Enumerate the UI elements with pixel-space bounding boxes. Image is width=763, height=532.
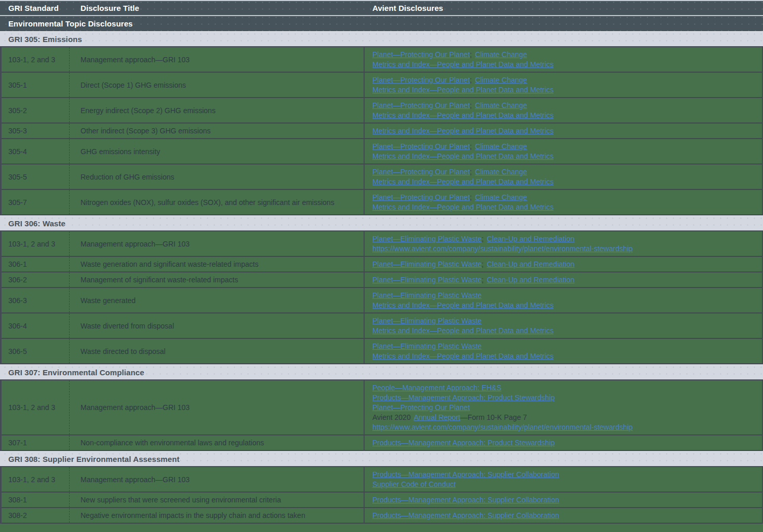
disclosure-link[interactable]: Metrics and Index—People and Planet Data… bbox=[372, 60, 554, 69]
disclosure-title-cell: Negative environmental impacts in the su… bbox=[69, 508, 364, 523]
disclosure-link[interactable]: https://www.avient.com/company/sustainab… bbox=[372, 423, 633, 431]
disclosure-link[interactable]: Planet—Eliminating Plastic Waste bbox=[372, 235, 481, 243]
disclosure-link[interactable]: Products—Management Approach: Supplier C… bbox=[372, 511, 559, 520]
gri-standard-value: 306-1 bbox=[8, 260, 69, 268]
avient-disclosures-cell: Products—Management Approach: Supplier C… bbox=[364, 508, 762, 523]
disclosure-line: Planet—Protecting Our Planet;Climate Cha… bbox=[372, 50, 762, 60]
disclosure-line: Planet—Protecting Our Planet;Climate Cha… bbox=[372, 101, 762, 111]
disclosure-link[interactable]: Climate Change bbox=[475, 168, 527, 176]
disclosure-link[interactable]: Planet—Protecting Our Planet bbox=[372, 403, 470, 412]
disclosure-line: Metrics and Index—People and Planet Data… bbox=[372, 126, 762, 136]
disclosure-line: Planet—Eliminating Plastic Waste;Clean-U… bbox=[372, 275, 762, 285]
disclosure-link[interactable]: Metrics and Index—People and Planet Data… bbox=[372, 326, 554, 335]
gri-standard-value: 308-2 bbox=[8, 511, 69, 520]
disclosure-link[interactable]: Planet—Protecting Our Planet bbox=[372, 101, 470, 110]
disclosure-link[interactable]: Clean-Up and Remediation bbox=[487, 276, 574, 284]
section-header-title: GRI 307: Environmental Compliance bbox=[0, 368, 144, 377]
table-row: 306-5Waste directed to disposalPlanet—El… bbox=[2, 339, 762, 364]
section-header-title: GRI 305: Emissions bbox=[0, 35, 82, 44]
disclosure-link[interactable]: Planet—Eliminating Plastic Waste bbox=[372, 291, 481, 299]
disclosure-line: Planet—Eliminating Plastic Waste;Clean-U… bbox=[372, 234, 762, 244]
gri-standard-cell: 306-5 bbox=[2, 339, 69, 363]
section-body: 103-1, 2 and 3Management approach—GRI 10… bbox=[0, 47, 763, 215]
section-header: GRI 307: Environmental Compliance bbox=[0, 364, 763, 380]
disclosure-link[interactable]: Planet—Protecting Our Planet bbox=[372, 50, 470, 59]
disclosure-link[interactable]: Metrics and Index—People and Planet Data… bbox=[372, 127, 554, 135]
disclosure-line: Products—Management Approach: Product St… bbox=[372, 393, 762, 403]
disclosure-link[interactable]: Metrics and Index—People and Planet Data… bbox=[372, 86, 554, 94]
table-row: 306-1Waste generation and significant wa… bbox=[2, 257, 762, 272]
section-header: GRI 308: Supplier Environmental Assessme… bbox=[0, 451, 763, 467]
disclosure-link[interactable]: Climate Change bbox=[475, 101, 527, 110]
disclosure-link[interactable]: https://www.avient.com/company/sustainab… bbox=[372, 244, 633, 253]
gri-standard-cell: 306-2 bbox=[2, 272, 69, 287]
gri-standard-cell: 305-2 bbox=[2, 98, 69, 122]
disclosure-line: Metrics and Index—People and Planet Data… bbox=[372, 111, 762, 120]
disclosure-title-value: Waste generated bbox=[81, 296, 364, 305]
disclosure-link[interactable]: Clean-Up and Remediation bbox=[487, 235, 574, 243]
disclosure-link[interactable]: Climate Change bbox=[475, 50, 527, 59]
avient-disclosures-cell: Planet—Eliminating Plastic WasteMetrics … bbox=[364, 288, 762, 312]
group-header-row: Environmental Topic Disclosures bbox=[0, 16, 763, 31]
disclosure-text: ; bbox=[481, 276, 487, 284]
disclosure-link[interactable]: Metrics and Index—People and Planet Data… bbox=[372, 203, 554, 211]
disclosure-text: —Form 10-K Page 7 bbox=[460, 413, 527, 421]
disclosure-link[interactable]: Planet—Eliminating Plastic Waste bbox=[372, 276, 481, 284]
disclosure-link[interactable]: Products—Management Approach: Supplier C… bbox=[372, 470, 559, 479]
disclosure-link[interactable]: Climate Change bbox=[475, 193, 527, 201]
disclosure-link[interactable]: Planet—Eliminating Plastic Waste bbox=[372, 317, 481, 325]
disclosure-link[interactable]: Clean-Up and Remediation bbox=[487, 260, 574, 268]
table-row: 305-7Nitrogen oxides (NOX), sulfur oxide… bbox=[2, 190, 762, 215]
disclosure-link[interactable]: Planet—Eliminating Plastic Waste bbox=[372, 342, 481, 350]
disclosure-link[interactable]: Products—Management Approach: Supplier C… bbox=[372, 496, 559, 504]
disclosure-line: Planet—Protecting Our Planet;Climate Cha… bbox=[372, 167, 762, 177]
disclosure-link[interactable]: Planet—Protecting Our Planet bbox=[372, 142, 470, 151]
disclosure-line: https://www.avient.com/company/sustainab… bbox=[372, 422, 762, 432]
table-row: 305-5Reduction of GHG emissionsPlanet—Pr… bbox=[2, 165, 762, 190]
disclosure-link[interactable]: Supplier Code of Conduct bbox=[372, 480, 456, 488]
disclosure-link[interactable]: Climate Change bbox=[475, 76, 527, 84]
column-header-disclosure-title: Disclosure Title bbox=[69, 4, 364, 12]
disclosure-title-cell: Management approach—GRI 103 bbox=[69, 231, 364, 256]
disclosure-link[interactable]: Planet—Eliminating Plastic Waste bbox=[372, 260, 481, 268]
avient-disclosures-cell: Planet—Eliminating Plastic Waste;Clean-U… bbox=[364, 272, 762, 287]
disclosure-link[interactable]: Metrics and Index—People and Planet Data… bbox=[372, 111, 554, 119]
disclosure-link[interactable]: Annual Report bbox=[414, 413, 461, 421]
avient-disclosures-cell: Products—Management Approach: Product St… bbox=[364, 435, 762, 450]
disclosure-link[interactable]: Metrics and Index—People and Planet Data… bbox=[372, 301, 554, 309]
disclosure-line: Planet—Eliminating Plastic Waste bbox=[372, 342, 762, 351]
disclosure-link[interactable]: Metrics and Index—People and Planet Data… bbox=[372, 152, 554, 160]
disclosure-line: Avient 2020Annual Report—Form 10-K Page … bbox=[372, 413, 762, 422]
gri-standard-value: 305-5 bbox=[8, 173, 69, 181]
disclosure-title-cell: Other indirect (Scope 3) GHG emissions bbox=[69, 124, 364, 138]
disclosure-title-value: Non-compliance with environmental laws a… bbox=[81, 439, 364, 447]
gri-standard-cell: 305-3 bbox=[2, 124, 69, 138]
avient-disclosures-cell: Metrics and Index—People and Planet Data… bbox=[364, 124, 762, 138]
disclosure-link[interactable]: Metrics and Index—People and Planet Data… bbox=[372, 178, 554, 186]
gri-standard-value: 306-4 bbox=[8, 322, 69, 330]
disclosure-link[interactable]: Planet—Protecting Our Planet bbox=[372, 193, 470, 201]
avient-disclosures-cell: Planet—Eliminating Plastic Waste;Clean-U… bbox=[364, 231, 762, 256]
disclosure-line: Products—Management Approach: Supplier C… bbox=[372, 470, 762, 480]
disclosure-title-value: Energy indirect (Scope 2) GHG emissions bbox=[81, 106, 364, 115]
disclosure-link[interactable]: Products—Management Approach: Product St… bbox=[372, 439, 555, 447]
disclosure-title-value: GHG emissions intensity bbox=[81, 147, 364, 156]
disclosure-line: Metrics and Index—People and Planet Data… bbox=[372, 177, 762, 187]
gri-standard-cell: 306-1 bbox=[2, 257, 69, 271]
disclosure-link[interactable]: Products—Management Approach: Product St… bbox=[372, 393, 555, 402]
group-header-title: Environmental Topic Disclosures bbox=[0, 19, 133, 28]
disclosure-link[interactable]: Planet—Protecting Our Planet bbox=[372, 76, 470, 84]
disclosure-title-cell: Management of significant waste-related … bbox=[69, 272, 364, 287]
disclosure-text: ; bbox=[481, 235, 487, 243]
table-header-row: GRI Standard Disclosure Title Avient Dis… bbox=[0, 1, 763, 15]
disclosure-link[interactable]: Metrics and Index—People and Planet Data… bbox=[372, 352, 554, 360]
disclosure-link[interactable]: Climate Change bbox=[475, 142, 527, 151]
disclosure-title-cell: Nitrogen oxides (NOX), sulfur oxides (SO… bbox=[69, 190, 364, 214]
disclosure-text: ; bbox=[470, 101, 475, 110]
avient-disclosures-cell: Planet—Protecting Our Planet;Climate Cha… bbox=[364, 165, 762, 189]
avient-disclosures-cell: Planet—Protecting Our Planet;Climate Cha… bbox=[364, 190, 762, 214]
disclosure-line: Planet—Eliminating Plastic Waste bbox=[372, 316, 762, 326]
disclosure-link[interactable]: People—Management Approach: EH&S bbox=[372, 384, 501, 392]
gri-standard-value: 306-2 bbox=[8, 276, 69, 284]
disclosure-link[interactable]: Planet—Protecting Our Planet bbox=[372, 168, 470, 176]
